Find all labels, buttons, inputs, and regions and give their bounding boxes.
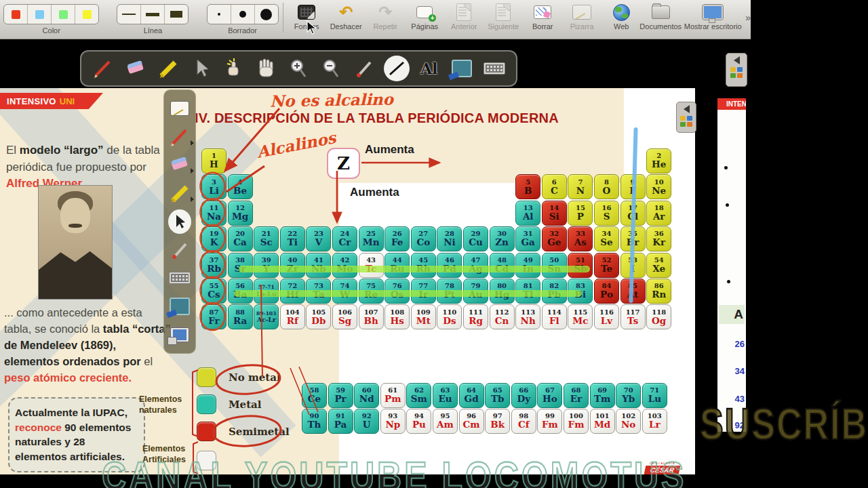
marker-icon[interactable] bbox=[168, 182, 191, 205]
collapsed-palette-widget[interactable] bbox=[726, 53, 747, 87]
erase-all-icon bbox=[534, 3, 551, 22]
line-group-label: Línea bbox=[144, 26, 163, 35]
capture-icon[interactable] bbox=[449, 55, 475, 82]
element-cell-K: 19K bbox=[201, 226, 226, 251]
eraser-group: Borrador bbox=[207, 4, 279, 35]
expand-left-icon bbox=[734, 56, 740, 64]
keyboard-icon[interactable] bbox=[168, 266, 191, 289]
element-cell-Sg: 106Sg bbox=[332, 304, 357, 329]
element-cell-Pu: 94Pu bbox=[406, 409, 431, 434]
board-icon bbox=[572, 3, 591, 22]
desktop-stylus-bar bbox=[163, 89, 196, 354]
handwritten-no-es-alcalino: No es alcalino bbox=[270, 89, 393, 110]
eraser-small-button[interactable] bbox=[208, 5, 231, 24]
text-segment: peso atómico creciente. bbox=[4, 371, 132, 384]
watermark-suscribete: SUSCRÍBETE A: bbox=[700, 399, 868, 449]
eraser-icon[interactable] bbox=[168, 153, 191, 176]
element-cell-Ga: 31Ga bbox=[515, 226, 540, 251]
laser-pointer-icon[interactable] bbox=[351, 55, 377, 82]
aumenta-right-label: Aumenta bbox=[365, 143, 414, 157]
next-page-preview[interactable]: INTENSIVO A 26344392 bbox=[717, 98, 746, 432]
color-swatch-button[interactable] bbox=[4, 5, 28, 24]
deshacer-button[interactable]: ↶Deshacer bbox=[326, 3, 366, 30]
toolbar-button-label: Pizarra bbox=[570, 22, 594, 30]
element-cell-Kr: 36Kr bbox=[646, 226, 671, 251]
legend-swatch bbox=[197, 394, 216, 414]
eraser-icon[interactable] bbox=[123, 55, 149, 82]
toolbar-overflow-chevron[interactable]: » bbox=[745, 12, 751, 23]
element-cell-Cf: 98Cf bbox=[511, 409, 536, 434]
redo-icon: ↷ bbox=[378, 3, 392, 22]
element-cell-Xe: 54Xe bbox=[646, 253, 671, 278]
element-cell-Nd: 60Nd bbox=[354, 383, 379, 408]
element-cell-Ce: 58Ce bbox=[302, 383, 327, 408]
zoom-out-icon[interactable] bbox=[318, 55, 344, 82]
keyboard-icon[interactable] bbox=[481, 55, 507, 82]
pointer-icon[interactable] bbox=[168, 210, 191, 233]
text-tool-icon[interactable]: Al bbox=[416, 55, 442, 82]
line-tool-icon[interactable] bbox=[384, 55, 410, 82]
toolbar-button-label: Deshacer bbox=[330, 22, 362, 30]
text-segment: modelo “largo” bbox=[20, 144, 106, 157]
element-cell-Db: 105Db bbox=[306, 304, 331, 329]
line-medium-button[interactable] bbox=[141, 5, 165, 24]
element-cell-Rb: 37Rb bbox=[201, 253, 226, 278]
element-cell-Na: 11Na bbox=[201, 201, 226, 226]
interact-hand-icon[interactable] bbox=[220, 55, 246, 82]
mostrar-escritorio-button[interactable]: Mostrar escritorio bbox=[680, 3, 745, 30]
preview-number: 34 bbox=[735, 366, 745, 376]
stylus-palette: Al bbox=[80, 50, 517, 87]
element-cell-Ar: 18Ar bbox=[646, 201, 671, 226]
collapsed-library-widget[interactable] bbox=[676, 102, 696, 133]
line-thin-button[interactable] bbox=[117, 5, 141, 24]
green-highlight-row5 bbox=[239, 266, 590, 272]
toolbar-button-label: Web bbox=[614, 22, 629, 30]
element-cell-Am: 95Am bbox=[433, 409, 458, 434]
toolbar-button-label: Anterior bbox=[451, 22, 477, 30]
pen-icon[interactable] bbox=[90, 55, 116, 82]
documentos-button[interactable]: Documentos bbox=[641, 3, 680, 30]
natural-elements-label: Elementos naturales bbox=[139, 394, 186, 415]
color-swatch-button[interactable] bbox=[75, 5, 98, 24]
element-cell-Mc: 115Mc bbox=[568, 304, 593, 329]
element-cell-Be: 4Be bbox=[228, 174, 253, 199]
eraser-medium-button[interactable] bbox=[231, 5, 255, 24]
color-swatch-button[interactable] bbox=[52, 5, 75, 24]
borrar-button[interactable]: Borrar bbox=[523, 3, 562, 30]
board-icon[interactable] bbox=[168, 97, 191, 120]
watermark-canal: CANAL YOUTUBE LOCOMOTUS bbox=[102, 453, 686, 488]
element-cell-Dy: 66Dy bbox=[511, 383, 536, 408]
element-cell-N: 7N bbox=[568, 174, 593, 199]
element-cell-Ti: 22Ti bbox=[280, 226, 305, 251]
zoom-in-icon[interactable] bbox=[285, 55, 311, 82]
line-thick-button[interactable] bbox=[165, 5, 188, 24]
eraser-group-label: Borrador bbox=[228, 26, 257, 35]
text-segment: el bbox=[141, 355, 153, 367]
element-cell-Fm: 99Fm bbox=[537, 409, 562, 434]
pan-hand-icon[interactable] bbox=[253, 55, 279, 82]
desktop-icon[interactable] bbox=[168, 323, 191, 346]
element-cell-C: 6C bbox=[542, 174, 567, 199]
capture-icon[interactable] bbox=[168, 295, 191, 318]
element-cell-Ni: 28Ni bbox=[437, 226, 462, 251]
páginas-button[interactable]: +Páginas bbox=[405, 3, 444, 30]
text-segment: reconoce bbox=[15, 422, 62, 433]
marker-icon[interactable] bbox=[155, 55, 181, 82]
element-cell-H: 1H bbox=[201, 148, 226, 174]
element-cell-Th: 90Th bbox=[302, 409, 327, 434]
toolbar-button-label: Mostrar escritorio bbox=[684, 22, 742, 30]
expand-left-icon bbox=[684, 105, 690, 113]
laser-pointer-icon[interactable] bbox=[168, 239, 191, 262]
element-cell-V: 23V bbox=[306, 226, 331, 251]
siguiente-button: Siguiente bbox=[484, 3, 523, 30]
legend-swatch bbox=[197, 367, 216, 387]
color-swatch-button[interactable] bbox=[28, 5, 52, 24]
element-cell-Co: 27Co bbox=[411, 226, 436, 251]
selector-icon[interactable] bbox=[188, 55, 214, 82]
web-button[interactable]: Web bbox=[601, 3, 641, 30]
color-group-label: Color bbox=[43, 26, 60, 35]
line-group: Línea bbox=[117, 4, 189, 35]
pen-icon[interactable] bbox=[168, 125, 191, 148]
element-cell-Sc: 21Sc bbox=[254, 226, 279, 251]
eraser-large-button[interactable] bbox=[255, 5, 278, 24]
